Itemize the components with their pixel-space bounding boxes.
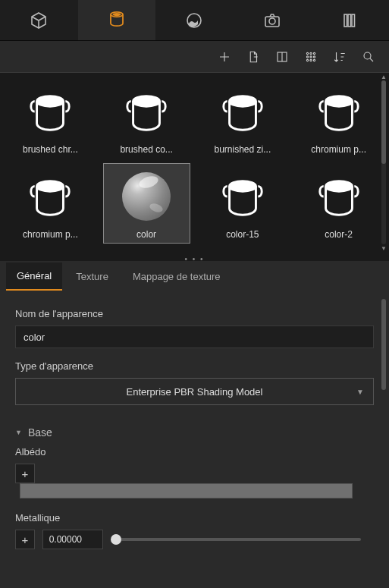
svg-point-17 xyxy=(313,59,315,61)
bucket-icon xyxy=(215,83,271,140)
material-label: burnished zi... xyxy=(215,144,271,155)
svg-point-10 xyxy=(310,52,312,54)
sort-button[interactable] xyxy=(333,50,347,64)
svg-rect-7 xyxy=(352,14,355,27)
split-icon xyxy=(275,50,289,64)
split-view-button[interactable] xyxy=(275,50,289,64)
scroll-up-icon[interactable]: ▲ xyxy=(381,74,387,80)
svg-point-16 xyxy=(310,59,312,61)
bucket-icon xyxy=(22,83,78,140)
metallic-add-button[interactable]: + xyxy=(15,530,35,549)
svg-point-4 xyxy=(269,18,275,24)
bucket-icon xyxy=(311,168,367,225)
svg-point-25 xyxy=(325,181,352,192)
metallic-slider[interactable] xyxy=(116,538,361,541)
base-section-label: Base xyxy=(28,426,52,439)
material-label: brushed chr... xyxy=(23,144,78,155)
svg-point-21 xyxy=(229,96,256,107)
gallery-scroll-thumb[interactable] xyxy=(381,80,386,164)
svg-rect-5 xyxy=(344,14,347,27)
tab-camera[interactable] xyxy=(234,0,312,40)
tab-image[interactable] xyxy=(155,0,234,40)
svg-point-23 xyxy=(37,181,64,192)
material-label: brushed co... xyxy=(120,144,172,155)
sphere-thumb xyxy=(118,168,174,225)
material-label: color-15 xyxy=(226,229,259,240)
albedo-swatch[interactable] xyxy=(20,483,353,498)
grid-view-button[interactable] xyxy=(304,50,318,64)
cube-icon xyxy=(30,11,48,30)
caret-down-icon: ▼ xyxy=(15,429,22,436)
bucket-icon xyxy=(118,83,174,140)
svg-point-15 xyxy=(306,59,308,61)
svg-point-19 xyxy=(37,96,64,107)
material-item[interactable]: color xyxy=(104,164,190,243)
add-button[interactable] xyxy=(218,50,231,64)
landscape-icon xyxy=(185,11,203,30)
grid-icon xyxy=(304,50,318,64)
svg-rect-6 xyxy=(348,14,351,27)
svg-point-12 xyxy=(306,55,308,57)
appearance-type-select[interactable]: Enterprise PBR Shading Model ▼ xyxy=(15,378,374,405)
sort-icon xyxy=(333,50,347,64)
name-label: Nom de l'apparence xyxy=(15,308,374,319)
svg-point-24 xyxy=(229,181,256,192)
search-icon xyxy=(362,50,375,64)
camera-icon xyxy=(263,11,281,30)
material-item[interactable]: brushed chr... xyxy=(8,79,93,158)
svg-point-20 xyxy=(133,96,160,107)
export-button[interactable] xyxy=(246,50,260,64)
albedo-label: Albédo xyxy=(15,446,374,458)
bucket-icon xyxy=(215,168,271,225)
toolbar xyxy=(0,41,389,73)
slider-knob[interactable] xyxy=(111,534,121,545)
base-section-toggle[interactable]: ▼ Base xyxy=(15,426,374,439)
metallic-label: Metallique xyxy=(15,512,374,524)
material-label: chromium p... xyxy=(23,229,78,240)
material-gallery: brushed chr... brushed co... burnished z… xyxy=(0,73,389,261)
material-label: color xyxy=(136,229,156,240)
tab-library[interactable] xyxy=(311,0,389,40)
file-export-icon xyxy=(246,50,260,64)
plus-icon xyxy=(218,50,231,64)
svg-point-11 xyxy=(313,52,315,54)
top-tabs xyxy=(0,0,389,41)
props-scroll-thumb[interactable] xyxy=(381,299,386,390)
material-item[interactable]: burnished zi... xyxy=(200,79,286,158)
material-item[interactable]: color-2 xyxy=(296,164,381,243)
cylinder-icon xyxy=(108,10,126,28)
material-label: chromium p... xyxy=(311,144,366,155)
property-tab[interactable]: Général xyxy=(6,263,62,291)
scroll-down-icon[interactable]: ▼ xyxy=(381,245,387,251)
props-scrollbar[interactable] xyxy=(381,299,386,580)
material-item[interactable]: chromium p... xyxy=(8,164,93,243)
type-label: Type d'apparence xyxy=(15,360,374,372)
svg-point-14 xyxy=(313,55,315,57)
search-button[interactable] xyxy=(362,50,375,64)
property-tab[interactable]: Texture xyxy=(65,263,119,290)
bucket-icon xyxy=(22,168,78,225)
bucket-icon xyxy=(311,83,367,140)
material-item[interactable]: color-15 xyxy=(200,164,286,243)
chevron-down-icon: ▼ xyxy=(356,388,364,396)
svg-point-18 xyxy=(364,52,371,59)
tab-material[interactable] xyxy=(78,0,156,40)
tab-model[interactable] xyxy=(0,0,78,40)
property-tabs: GénéralTextureMappage de texture xyxy=(0,261,389,291)
material-item[interactable]: chromium p... xyxy=(296,79,381,158)
library-icon xyxy=(341,11,359,30)
material-item[interactable]: brushed co... xyxy=(104,79,190,158)
material-label: color-2 xyxy=(325,229,353,240)
svg-point-1 xyxy=(112,13,121,16)
svg-point-9 xyxy=(306,52,308,54)
property-tab[interactable]: Mappage de texture xyxy=(122,263,231,290)
svg-point-22 xyxy=(325,96,352,107)
albedo-add-button[interactable]: + xyxy=(15,464,35,483)
select-value: Enterprise PBR Shading Model xyxy=(127,386,263,398)
metallic-value-input[interactable] xyxy=(42,530,103,549)
gallery-scrollbar[interactable]: ▲ ▼ xyxy=(381,80,386,244)
svg-point-13 xyxy=(310,55,312,57)
appearance-name-input[interactable] xyxy=(15,325,374,348)
property-panel: Nom de l'apparence Type d'apparence Ente… xyxy=(0,291,389,588)
panel-splitter[interactable]: • • • xyxy=(0,256,389,261)
